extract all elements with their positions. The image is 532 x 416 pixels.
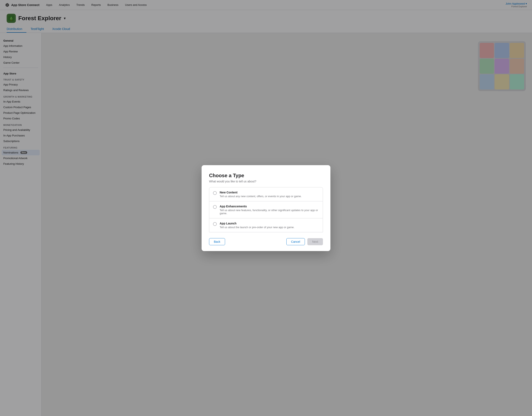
modal-title: Choose a Type	[209, 173, 323, 178]
option-new-content[interactable]: New Content Tell us about any new conten…	[209, 187, 323, 201]
choose-type-modal: Choose a Type What would you like to tel…	[202, 165, 330, 251]
modal-footer: Back Cancel Next	[209, 238, 323, 245]
option-app-enhancements-title: App Enhancements	[220, 205, 319, 208]
option-new-content-title: New Content	[220, 191, 302, 194]
radio-new-content	[213, 191, 217, 195]
option-app-enhancements-desc: Tell us about new features, functionalit…	[220, 209, 319, 215]
back-button[interactable]: Back	[209, 238, 225, 245]
option-app-launch[interactable]: App Launch Tell us about the launch or p…	[209, 218, 323, 232]
option-app-launch-title: App Launch	[220, 222, 294, 225]
option-app-launch-desc: Tell us about the launch or pre-order of…	[220, 226, 294, 229]
radio-app-launch	[213, 222, 217, 226]
next-button[interactable]: Next	[307, 238, 323, 245]
option-new-content-desc: Tell us about any new content, offers, o…	[220, 195, 302, 198]
cancel-button[interactable]: Cancel	[286, 238, 305, 245]
option-app-enhancements[interactable]: App Enhancements Tell us about new featu…	[209, 201, 323, 218]
modal-subtitle: What would you like to tell us about?	[209, 180, 323, 183]
radio-app-enhancements	[213, 205, 217, 209]
modal-footer-right: Cancel Next	[286, 238, 323, 245]
modal-overlay: Choose a Type What would you like to tel…	[0, 0, 532, 416]
